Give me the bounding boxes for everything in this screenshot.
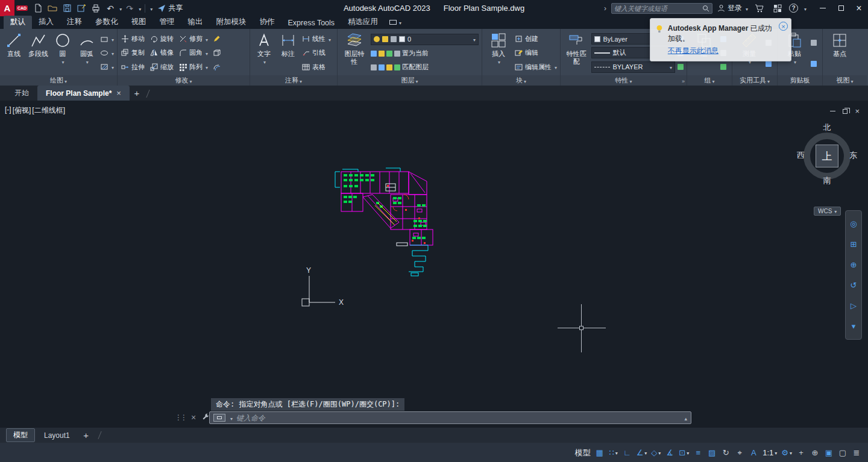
dropdown-caret-icon[interactable]: [614, 448, 618, 457]
orbit-icon[interactable]: ↺: [847, 278, 860, 293]
layer-tool-icon[interactable]: [386, 64, 392, 70]
match-layer-button[interactable]: 匹配图层: [402, 62, 429, 73]
group-tool-icon[interactable]: [720, 64, 726, 70]
panel-block-footer[interactable]: 块: [482, 75, 560, 86]
viewport-minimize-icon[interactable]: [830, 111, 835, 111]
circle-button[interactable]: 圆: [52, 31, 74, 75]
panel-utilities-expand-icon[interactable]: [766, 77, 770, 84]
dropdown-caret-icon[interactable]: [788, 448, 792, 457]
text-dropdown-icon[interactable]: [262, 58, 266, 66]
isometric-drafting-icon[interactable]: ◇: [649, 445, 662, 460]
annotation-scale-button[interactable]: 1:1: [761, 445, 779, 460]
osnap-tracking-icon[interactable]: ∡: [663, 445, 676, 460]
ribbon-tab-insert[interactable]: 插入: [32, 16, 60, 29]
array-dropdown-icon[interactable]: [204, 63, 208, 70]
ribbon-tab-annotate[interactable]: 注释: [60, 16, 89, 29]
ribbon-tab-addins[interactable]: 附加模块: [210, 16, 253, 29]
ellipse-dropdown-icon[interactable]: [110, 49, 114, 57]
viewport-visual-style-control[interactable]: [二维线框]: [32, 105, 65, 116]
panel-properties-expand-icon[interactable]: [628, 77, 632, 84]
utility-tool-icon[interactable]: [766, 61, 772, 67]
fillet-dropdown-icon[interactable]: [204, 49, 208, 57]
panel-draw-footer[interactable]: 绘图: [0, 75, 117, 86]
copy-button[interactable]: 复制: [121, 48, 145, 58]
zoom-icon[interactable]: ⊕: [847, 258, 860, 272]
linear-dimension-button[interactable]: 线性: [301, 34, 331, 45]
panel-draw-expand-icon[interactable]: [63, 77, 67, 84]
plot-button[interactable]: [89, 2, 102, 15]
match-properties-button[interactable]: 特性匹配: [564, 31, 589, 75]
panel-layers-footer[interactable]: 图层: [338, 75, 482, 86]
command-options-caret-icon[interactable]: [229, 414, 233, 422]
object-snap-icon[interactable]: ⊡: [677, 445, 691, 460]
layer-lock-icon[interactable]: [391, 36, 397, 42]
edit-attributes-button[interactable]: 编辑属性: [514, 61, 557, 72]
erase-button[interactable]: [213, 34, 221, 45]
panel-layers-expand-icon[interactable]: [414, 77, 418, 84]
pan-icon[interactable]: ⊞: [847, 237, 860, 252]
showmotion-icon[interactable]: ▷: [847, 299, 860, 313]
ribbon-tab-home[interactable]: 默认: [4, 16, 32, 29]
layer-freeze-sun-icon[interactable]: [382, 36, 388, 42]
circle-dropdown-icon[interactable]: [61, 58, 64, 66]
dimension-button[interactable]: 标注: [277, 31, 299, 75]
panel-block-expand-icon[interactable]: [523, 77, 526, 84]
viewcube-east[interactable]: 东: [849, 150, 857, 161]
paste-dropdown-icon[interactable]: [793, 58, 796, 66]
model-tab[interactable]: 模型: [6, 428, 35, 442]
transparency-icon[interactable]: ▨: [705, 445, 719, 460]
viewport-menu-control[interactable]: [-]: [5, 105, 11, 116]
layer-tool-icon[interactable]: [386, 51, 392, 57]
clipboard-tool-icon[interactable]: [811, 40, 817, 46]
linetype-combo-caret-icon[interactable]: [668, 63, 672, 70]
insert-dropdown-icon[interactable]: [497, 58, 500, 66]
dropdown-caret-icon[interactable]: [773, 448, 777, 457]
grid-display-icon[interactable]: ▦: [593, 445, 606, 460]
lineweight-icon[interactable]: ≡: [691, 445, 705, 460]
notification-close-icon[interactable]: [779, 22, 788, 31]
panel-modify-expand-icon[interactable]: [188, 77, 192, 84]
layer-select-combo[interactable]: 0: [371, 34, 479, 45]
insert-block-button[interactable]: 插入: [485, 31, 512, 75]
make-current-button[interactable]: 置为当前: [402, 48, 429, 59]
rotate-button[interactable]: 旋转: [149, 34, 174, 45]
layer-color-swatch[interactable]: [399, 36, 405, 42]
notification-dismiss-link[interactable]: 不再显示此消息: [668, 46, 776, 56]
panel-annotate-expand-icon[interactable]: [298, 77, 302, 84]
layer-properties-button[interactable]: 图层特性: [341, 31, 368, 75]
command-prompt-icon[interactable]: [213, 414, 225, 422]
ribbon-tab-output[interactable]: 输出: [181, 16, 210, 29]
dynamic-input-icon[interactable]: ⌖: [733, 445, 746, 460]
annotation-monitor-icon[interactable]: +: [794, 445, 808, 460]
viewcube[interactable]: 北 西 东 上 南 WCS: [797, 122, 857, 219]
properties-tool-icon[interactable]: [678, 64, 684, 70]
search-collapse-icon[interactable]: ›: [604, 4, 606, 13]
linear-dropdown-icon[interactable]: [327, 36, 331, 43]
file-tab-document[interactable]: Floor Plan Sample*: [37, 86, 130, 101]
ribbon-display-toggle[interactable]: [389, 18, 401, 29]
ribbon-tab-collaborate[interactable]: 协作: [253, 16, 281, 29]
undo-button[interactable]: ↶: [104, 2, 117, 15]
autocad-logo[interactable]: A: [0, 0, 14, 16]
command-close-icon[interactable]: [191, 413, 196, 422]
full-navigation-wheel-icon[interactable]: ◎: [847, 217, 860, 231]
ribbon-tab-view[interactable]: 视图: [125, 16, 153, 29]
arc-dropdown-icon[interactable]: [85, 58, 89, 66]
help-dropdown-icon[interactable]: [803, 4, 807, 13]
new-tab-button[interactable]: [130, 86, 144, 101]
selection-cycling-icon[interactable]: ↻: [719, 445, 732, 460]
command-input[interactable]: [236, 414, 681, 422]
command-history-toggle-icon[interactable]: [684, 414, 687, 422]
text-button[interactable]: 文字: [253, 31, 275, 75]
layer-tool-icon[interactable]: [371, 64, 377, 70]
qat-customize-icon[interactable]: [149, 4, 153, 13]
open-button[interactable]: [46, 2, 59, 15]
undo-dropdown-icon[interactable]: [118, 4, 122, 13]
line-button[interactable]: 直线: [3, 31, 25, 75]
customization-icon[interactable]: ≣: [850, 445, 863, 460]
panel-properties-footer[interactable]: 特性: [561, 75, 687, 86]
hatch-dropdown-icon[interactable]: [110, 63, 114, 71]
layer-tool-icon[interactable]: [379, 51, 385, 57]
hatch-button[interactable]: [100, 61, 114, 72]
table-button[interactable]: 表格: [301, 61, 331, 72]
